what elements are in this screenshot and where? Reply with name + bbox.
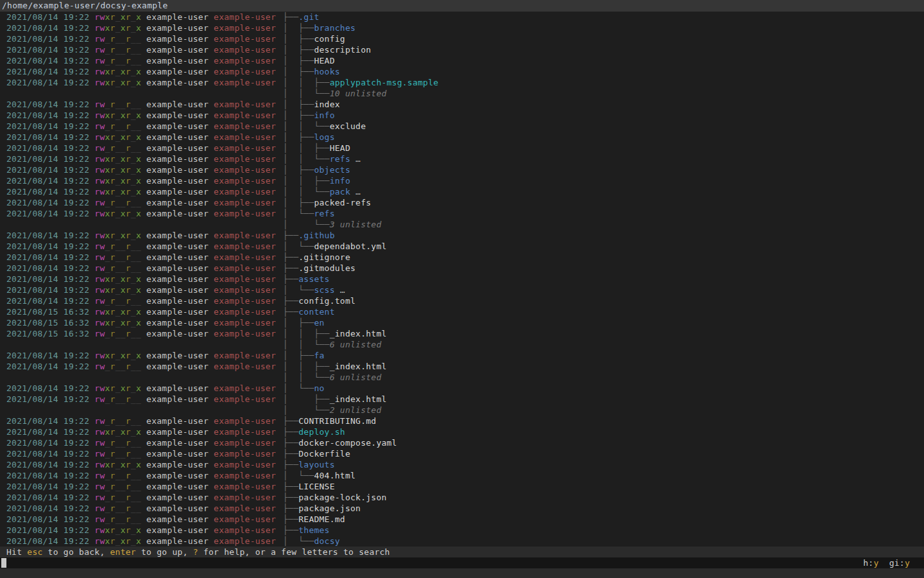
tree-row-content[interactable]: ├──content	[283, 306, 924, 317]
file-meta-row: 2021/08/14 19:22 rw_r__r__ example-user …	[0, 33, 283, 44]
file-meta-row: 2021/08/14 19:22 rwxr_xr_x example-user …	[0, 230, 283, 241]
hint-text: Hit	[6, 547, 27, 557]
file-meta-row-empty	[0, 219, 283, 230]
tree-row-deploy.sh[interactable]: ├──deploy.sh	[283, 426, 924, 437]
file-meta-row: 2021/08/14 19:22 rw_r__r__ example-user …	[0, 470, 283, 481]
tree-row-docsy[interactable]: │ └──docsy	[283, 536, 924, 547]
tree-row-exclude[interactable]: │ │ └──exclude	[283, 121, 924, 132]
tree-row-unlisted: │ │ └──6 unlisted	[283, 372, 924, 383]
tree-row-en[interactable]: │ ├──en	[283, 317, 924, 328]
tree-row-.git[interactable]: ├──.git	[283, 12, 924, 22]
file-meta-row: 2021/08/14 19:22 rw_r__r__ example-user …	[0, 503, 283, 514]
file-meta-row: 2021/08/14 19:22 rw_r__r__ example-user …	[0, 197, 283, 208]
hint-key: ?	[193, 547, 198, 557]
tree-row-HEAD[interactable]: │ │ ├──HEAD	[283, 143, 924, 153]
tree-row-logs[interactable]: │ ├──logs	[283, 132, 924, 143]
tree-row-fa[interactable]: │ ├──fa	[283, 350, 924, 361]
file-meta-row-empty	[0, 88, 283, 99]
file-meta-row: 2021/08/14 19:22 rw_r__r__ example-user …	[0, 448, 283, 459]
tree-row-layouts[interactable]: ├──layouts	[283, 459, 924, 470]
tree-row-branches[interactable]: │ ├──branches	[283, 22, 924, 33]
tree-row-LICENSE[interactable]: ├──LICENSE	[283, 481, 924, 492]
file-meta-row: 2021/08/14 19:22 rw_r__r__ example-user …	[0, 263, 283, 274]
hint-key: enter	[110, 547, 136, 557]
tree-row-assets[interactable]: ├──assets	[283, 274, 924, 285]
tree-row-objects[interactable]: │ ├──objects	[283, 164, 924, 175]
tree-row-no[interactable]: │ └──no	[283, 383, 924, 394]
file-tree-panel: ├──.git│ ├──branches│ ├──config│ ├──desc…	[283, 12, 924, 547]
tree-row-HEAD[interactable]: │ ├──HEAD	[283, 55, 924, 66]
file-meta-row: 2021/08/14 19:22 rwxr_xr_x example-user …	[0, 12, 283, 22]
file-meta-row: 2021/08/14 19:22 rwxr_xr_x example-user …	[0, 383, 283, 394]
file-meta-row: 2021/08/14 19:22 rw_r__r__ example-user …	[0, 361, 283, 372]
file-meta-row: 2021/08/14 19:22 rwxr_xr_x example-user …	[0, 153, 283, 164]
tree-row-applypatch-msg.sample[interactable]: │ │ ├──applypatch-msg.sample	[283, 77, 924, 88]
tree-row-package.json[interactable]: ├──package.json	[283, 503, 924, 514]
tree-row-config[interactable]: │ ├──config	[283, 33, 924, 44]
file-meta-row: 2021/08/14 19:22 rw_r__r__ example-user …	[0, 416, 283, 426]
tree-row-_index.html[interactable]: │ │ ├──_index.html	[283, 328, 924, 339]
mode-flags: h:y gi:y	[863, 557, 910, 568]
tree-row-hooks[interactable]: │ ├──hooks	[283, 66, 924, 77]
current-path-bar: /home/example-user/docsy-example	[0, 0, 924, 12]
tree-row-Dockerfile[interactable]: ├──Dockerfile	[283, 448, 924, 459]
tree-row-refs[interactable]: │ └──refs	[283, 208, 924, 219]
tree-row-packed-refs[interactable]: │ ├──packed-refs	[283, 197, 924, 208]
tree-row-pack[interactable]: │ │ └──pack …	[283, 186, 924, 197]
tree-row-config.toml[interactable]: ├──config.toml	[283, 295, 924, 306]
tree-row-CONTRIBUTING.md[interactable]: ├──CONTRIBUTING.md	[283, 416, 924, 426]
file-meta-row: 2021/08/14 19:22 rw_r__r__ example-user …	[0, 241, 283, 252]
tree-row-refs[interactable]: │ │ └──refs …	[283, 153, 924, 164]
hint-status-bar: Hit esc to go back, enter to go up, ? fo…	[0, 547, 924, 557]
main-area: 2021/08/14 19:22 rwxr_xr_x example-user …	[0, 12, 924, 547]
hint-text: to go back,	[43, 547, 110, 557]
flag-gi[interactable]: gi:y	[889, 558, 910, 568]
hint-key: esc	[27, 547, 42, 557]
file-meta-row: 2021/08/14 19:22 rwxr_xr_x example-user …	[0, 459, 283, 470]
tree-row-description[interactable]: │ ├──description	[283, 44, 924, 55]
file-meta-row: 2021/08/14 19:22 rwxr_xr_x example-user …	[0, 274, 283, 285]
tree-row-docker-compose.yaml[interactable]: ├──docker-compose.yaml	[283, 437, 924, 448]
text-cursor	[1, 558, 6, 568]
search-input-bar[interactable]: h:y gi:y	[0, 557, 924, 568]
tree-row-unlisted: │ │ └──6 unlisted	[283, 339, 924, 350]
tree-row-unlisted: │ │ └──10 unlisted	[283, 88, 924, 99]
tree-row-_index.html[interactable]: │ │ ├──_index.html	[283, 361, 924, 372]
flag-h[interactable]: h:y	[863, 558, 878, 568]
hint-text: to go up,	[136, 547, 193, 557]
terminal-bottom-strip	[0, 568, 924, 578]
file-meta-row: 2021/08/14 19:22 rwxr_xr_x example-user …	[0, 536, 283, 547]
file-meta-row: 2021/08/14 19:22 rwxr_xr_x example-user …	[0, 110, 283, 121]
tree-row-package-lock.json[interactable]: ├──package-lock.json	[283, 492, 924, 503]
file-meta-row: 2021/08/14 19:22 rwxr_xr_x example-user …	[0, 426, 283, 437]
file-meta-row: 2021/08/14 19:22 rw_r__r__ example-user …	[0, 44, 283, 55]
file-meta-row: 2021/08/14 19:22 rw_r__r__ example-user …	[0, 394, 283, 405]
tree-row-info[interactable]: │ │ ├──info	[283, 175, 924, 186]
file-metadata-panel: 2021/08/14 19:22 rwxr_xr_x example-user …	[0, 12, 283, 547]
file-meta-row-empty	[0, 339, 283, 350]
tree-row-.gitignore[interactable]: ├──.gitignore	[283, 252, 924, 263]
tree-row-info[interactable]: │ ├──info	[283, 110, 924, 121]
tree-row-_index.html[interactable]: │ ├──_index.html	[283, 394, 924, 405]
file-meta-row: 2021/08/14 19:22 rw_r__r__ example-user …	[0, 121, 283, 132]
file-meta-row: 2021/08/14 19:22 rw_r__r__ example-user …	[0, 143, 283, 153]
file-meta-row: 2021/08/14 19:22 rw_r__r__ example-user …	[0, 295, 283, 306]
tree-row-dependabot.yml[interactable]: │ └──dependabot.yml	[283, 241, 924, 252]
file-meta-row: 2021/08/15 16:32 rw_r__r__ example-user …	[0, 328, 283, 339]
tree-row-.gitmodules[interactable]: ├──.gitmodules	[283, 263, 924, 274]
tree-row-index[interactable]: │ ├──index	[283, 99, 924, 110]
file-meta-row: 2021/08/14 19:22 rwxr_xr_x example-user …	[0, 132, 283, 143]
file-meta-row: 2021/08/14 19:22 rwxr_xr_x example-user …	[0, 208, 283, 219]
tree-row-404.html[interactable]: │ └──404.html	[283, 470, 924, 481]
tree-row-.github[interactable]: ├──.github	[283, 230, 924, 241]
file-meta-row: 2021/08/14 19:22 rw_r__r__ example-user …	[0, 55, 283, 66]
file-meta-row: 2021/08/14 19:22 rwxr_xr_x example-user …	[0, 22, 283, 33]
file-meta-row: 2021/08/14 19:22 rw_r__r__ example-user …	[0, 252, 283, 263]
tree-row-unlisted: │ └──2 unlisted	[283, 405, 924, 416]
tree-row-README.md[interactable]: ├──README.md	[283, 514, 924, 525]
tree-row-scss[interactable]: │ └──scss …	[283, 285, 924, 295]
file-meta-row: 2021/08/14 19:22 rw_r__r__ example-user …	[0, 437, 283, 448]
file-meta-row: 2021/08/14 19:22 rwxr_xr_x example-user …	[0, 186, 283, 197]
tree-row-themes[interactable]: ├──themes	[283, 525, 924, 536]
file-meta-row: 2021/08/15 16:32 rwxr_xr_x example-user …	[0, 306, 283, 317]
